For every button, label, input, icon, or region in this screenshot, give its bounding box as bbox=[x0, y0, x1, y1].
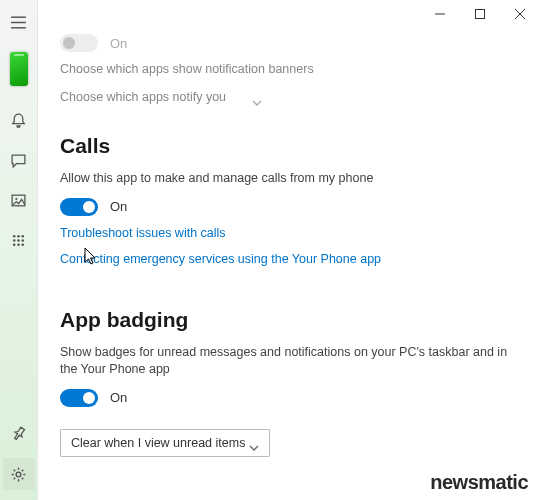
svg-point-10 bbox=[17, 234, 20, 237]
notifications-toggle-label: On bbox=[110, 36, 127, 51]
svg-point-8 bbox=[15, 197, 17, 199]
badging-toggle[interactable] bbox=[60, 389, 98, 407]
badging-heading: App badging bbox=[60, 308, 518, 332]
badging-dropdown[interactable]: Clear when I view unread items bbox=[60, 429, 270, 457]
troubleshoot-link[interactable]: Troubleshoot issues with calls bbox=[60, 226, 518, 240]
phone-thumbnail[interactable] bbox=[10, 52, 28, 86]
hamburger-icon[interactable] bbox=[3, 6, 35, 38]
calls-desc: Allow this app to make and manage calls … bbox=[60, 170, 518, 188]
svg-point-18 bbox=[16, 472, 21, 477]
calls-heading: Calls bbox=[60, 134, 518, 158]
badging-toggle-row: On bbox=[60, 389, 518, 407]
settings-icon[interactable] bbox=[3, 458, 35, 490]
maximize-button[interactable] bbox=[460, 0, 500, 28]
badging-desc: Show badges for unread messages and noti… bbox=[60, 344, 518, 379]
svg-point-17 bbox=[21, 243, 24, 246]
svg-point-11 bbox=[21, 234, 24, 237]
watermark: newsmatic bbox=[430, 471, 528, 494]
notifications-toggle[interactable] bbox=[60, 34, 98, 52]
cursor-icon bbox=[84, 247, 98, 267]
svg-point-12 bbox=[13, 239, 16, 242]
badging-toggle-label: On bbox=[110, 390, 127, 405]
svg-point-16 bbox=[17, 243, 20, 246]
chevron-down-icon bbox=[249, 440, 259, 446]
chevron-down-icon[interactable] bbox=[252, 94, 262, 100]
svg-point-9 bbox=[13, 234, 16, 237]
photos-icon[interactable] bbox=[3, 184, 35, 216]
dropdown-selected: Clear when I view unread items bbox=[71, 436, 245, 450]
sidebar bbox=[0, 0, 38, 500]
svg-point-15 bbox=[13, 243, 16, 246]
pin-icon[interactable] bbox=[3, 418, 35, 450]
messages-icon[interactable] bbox=[3, 144, 35, 176]
apps-icon[interactable] bbox=[3, 224, 35, 256]
banners-hint: Choose which apps show notification bann… bbox=[60, 62, 518, 76]
notifications-icon[interactable] bbox=[3, 104, 35, 136]
emergency-link[interactable]: Contacting emergency services using the … bbox=[60, 252, 518, 266]
main-content: On Choose which apps show notification b… bbox=[38, 0, 540, 500]
notify-hint: Choose which apps notify you bbox=[60, 90, 226, 104]
svg-point-13 bbox=[17, 239, 20, 242]
svg-rect-1 bbox=[476, 10, 485, 19]
calls-toggle-row: On bbox=[60, 198, 518, 216]
minimize-button[interactable] bbox=[420, 0, 460, 28]
calls-toggle[interactable] bbox=[60, 198, 98, 216]
app-window: On Choose which apps show notification b… bbox=[0, 0, 540, 500]
close-button[interactable] bbox=[500, 0, 540, 28]
svg-point-14 bbox=[21, 239, 24, 242]
calls-toggle-label: On bbox=[110, 199, 127, 214]
notifications-toggle-row: On bbox=[60, 34, 518, 52]
